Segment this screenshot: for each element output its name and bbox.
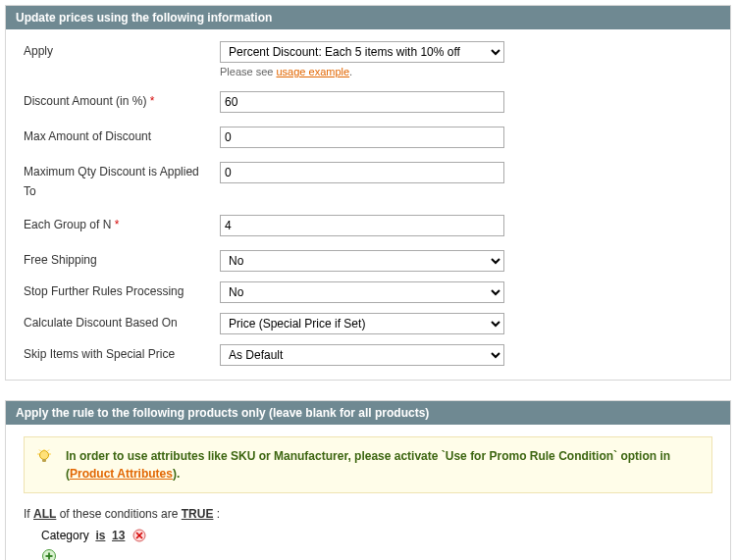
row-discount-amount: Discount Amount (in %) * bbox=[24, 91, 712, 113]
apply-rule-panel: Apply the rule to the following products… bbox=[5, 400, 731, 560]
add-condition-icon[interactable] bbox=[41, 548, 57, 560]
notice-box: In order to use attributes like SKU or M… bbox=[24, 436, 712, 493]
cond-attribute[interactable]: Category bbox=[41, 529, 89, 542]
update-prices-panel: Update prices using the following inform… bbox=[5, 5, 731, 381]
cond-aggregator[interactable]: ALL bbox=[33, 507, 56, 521]
cond-value[interactable]: TRUE bbox=[182, 507, 214, 521]
row-group-n: Each Group of N * bbox=[24, 215, 712, 236]
free-shipping-select[interactable]: No bbox=[220, 250, 504, 272]
panel-body-update-prices: Apply Percent Discount: Each 5 items wit… bbox=[6, 29, 730, 380]
remove-condition-icon[interactable] bbox=[132, 529, 146, 542]
skip-special-select[interactable]: As Default bbox=[220, 344, 504, 366]
row-apply: Apply Percent Discount: Each 5 items wit… bbox=[24, 41, 712, 77]
product-attributes-link[interactable]: Product Attributes bbox=[70, 467, 173, 481]
row-skip-special: Skip Items with Special Price As Default bbox=[24, 344, 712, 366]
row-calc-based: Calculate Discount Based On Price (Speci… bbox=[24, 313, 712, 334]
panel-body-apply-rule: In order to use attributes like SKU or M… bbox=[6, 425, 730, 560]
max-qty-input[interactable] bbox=[220, 162, 504, 183]
cond-prefix: If bbox=[24, 507, 33, 521]
max-amount-input[interactable] bbox=[220, 127, 504, 148]
panel-header-apply-rule: Apply the rule to the following products… bbox=[6, 401, 730, 425]
condition-aggregate-line: If ALL of these conditions are TRUE : bbox=[24, 507, 712, 521]
calc-based-select[interactable]: Price (Special Price if Set) bbox=[220, 313, 504, 334]
apply-label: Apply bbox=[24, 41, 220, 61]
apply-select[interactable]: Percent Discount: Each 5 items with 10% … bbox=[220, 41, 504, 63]
row-max-qty: Maximum Qty Discount is Applied To bbox=[24, 162, 712, 201]
row-free-shipping: Free Shipping No bbox=[24, 250, 712, 272]
max-amount-label: Max Amount of Discount bbox=[24, 127, 220, 146]
lightbulb-icon bbox=[36, 449, 52, 465]
condition-rule-row: Category is 13 bbox=[41, 529, 712, 542]
skip-special-label: Skip Items with Special Price bbox=[24, 344, 220, 364]
max-qty-label: Maximum Qty Discount is Applied To bbox=[24, 162, 220, 201]
row-stop-rules: Stop Further Rules Processing No bbox=[24, 281, 712, 303]
discount-amount-label: Discount Amount (in %) * bbox=[24, 91, 220, 111]
stop-rules-label: Stop Further Rules Processing bbox=[24, 281, 220, 301]
cond-end: : bbox=[213, 507, 220, 521]
cond-mid: of these conditions are bbox=[56, 507, 181, 521]
panel-header-update-prices: Update prices using the following inform… bbox=[6, 6, 730, 29]
svg-rect-1 bbox=[42, 459, 46, 462]
group-n-input[interactable] bbox=[220, 215, 504, 236]
free-shipping-label: Free Shipping bbox=[24, 250, 220, 270]
stop-rules-select[interactable]: No bbox=[220, 281, 504, 303]
svg-point-0 bbox=[40, 451, 49, 460]
notice-suffix: ). bbox=[173, 467, 180, 481]
row-max-amount: Max Amount of Discount bbox=[24, 127, 712, 148]
discount-amount-input[interactable] bbox=[220, 91, 504, 113]
cond-operator[interactable]: is bbox=[95, 529, 105, 542]
calc-based-label: Calculate Discount Based On bbox=[24, 313, 220, 332]
apply-helper-suffix: . bbox=[349, 66, 352, 77]
cond-rule-value[interactable]: 13 bbox=[112, 529, 125, 542]
apply-helper: Please see usage example. bbox=[220, 66, 712, 77]
group-n-label: Each Group of N * bbox=[24, 215, 220, 234]
notice-text: In order to use attributes like SKU or M… bbox=[66, 447, 700, 483]
usage-example-link[interactable]: usage example bbox=[276, 66, 349, 77]
apply-helper-prefix: Please see bbox=[220, 66, 276, 77]
